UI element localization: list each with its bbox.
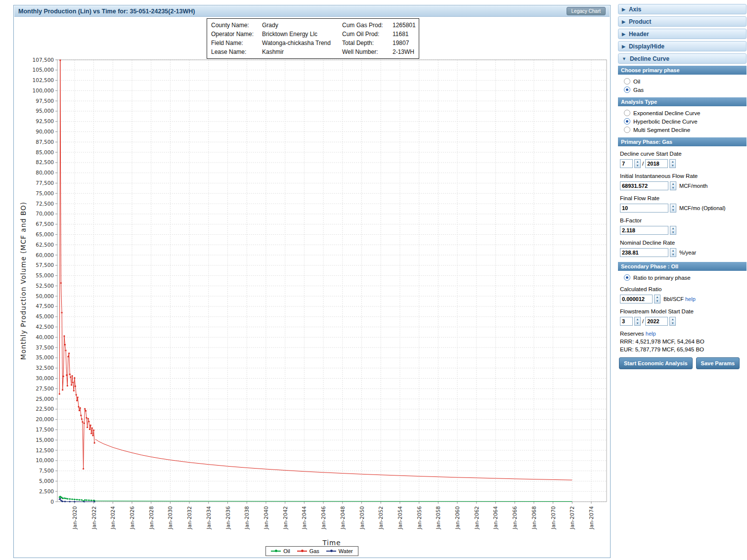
radio-label: Hyperbolic Decline Curve: [633, 119, 698, 125]
chevron-right-icon: ▶: [622, 44, 625, 49]
radio-option-ratio-to-primary-phase[interactable]: Ratio to primary phase: [618, 273, 747, 282]
y-tick-label: 17,500: [36, 427, 54, 432]
series-marker: [84, 499, 86, 501]
y-tick-label: 5,000: [39, 478, 54, 484]
info-value: 19807: [393, 40, 416, 46]
accordion: ▶Axis▶Product▶Header▶Display/Hide▼Declin…: [618, 4, 747, 64]
rrr-value: RRR: 4,521,978 MCF, 54,264 BO: [618, 339, 747, 345]
series-marker: [75, 386, 76, 387]
accordion-item-axis[interactable]: ▶Axis: [618, 4, 747, 14]
series-marker: [81, 418, 83, 420]
series-marker: [62, 501, 63, 502]
y-tick-label: 30,000: [36, 375, 54, 381]
radio-option-exponential-decline-curve[interactable]: Exponential Decline Curve: [618, 109, 747, 117]
secondary-phase-header: Secondary Phase : OIl: [618, 262, 747, 271]
series-marker: [59, 59, 61, 61]
series-marker: [90, 425, 91, 426]
legacy-chart-button[interactable]: Legacy Chart: [567, 7, 606, 15]
info-label: Well Number:: [342, 48, 393, 55]
final-flow-input[interactable]: [620, 204, 668, 213]
series-marker: [64, 344, 66, 345]
flowstream-year-input[interactable]: [645, 317, 668, 326]
flowstream-month-spinner[interactable]: ▲▼: [634, 317, 641, 326]
b-factor-field: B-Factor ▲▼: [618, 217, 747, 235]
series-marker: [63, 335, 65, 337]
series-marker: [94, 442, 95, 444]
chevron-down-icon: ▼: [622, 56, 626, 61]
radio-option-gas[interactable]: Gas: [618, 86, 747, 94]
x-tick-label: Jan-2026: [129, 506, 135, 530]
flowstream-month-input[interactable]: [620, 317, 633, 326]
series-marker: [89, 429, 90, 430]
x-tick-label: Jan-2038: [244, 506, 250, 530]
y-tick-label: 7,500: [39, 468, 54, 474]
info-label: Cum Oil Prod:: [342, 31, 393, 38]
decline-start-year-input[interactable]: [645, 159, 668, 168]
x-tick-label: Jan-2028: [148, 506, 154, 530]
radio-icon[interactable]: [624, 110, 630, 116]
accordion-item-decline-curve[interactable]: ▼Decline Curve: [618, 53, 747, 64]
series-marker: [59, 393, 60, 395]
flowstream-year-spinner[interactable]: ▲▼: [669, 317, 676, 326]
x-axis-title: Time: [322, 539, 341, 547]
initial-flow-input[interactable]: [620, 181, 668, 190]
accordion-item-product[interactable]: ▶Product: [618, 16, 747, 27]
radio-icon[interactable]: [624, 78, 630, 85]
eur-value: EUR: 5,787,779 MCF, 65,945 BO: [618, 346, 747, 352]
info-label: Lease Name:: [211, 48, 262, 55]
initial-flow-label: Initial Instantaneous Flow Rate: [620, 173, 747, 179]
radio-label: Gas: [633, 87, 644, 93]
radio-option-oil[interactable]: Oil: [618, 77, 747, 86]
radio-icon[interactable]: [624, 127, 630, 133]
series-marker: [76, 499, 78, 500]
radio-option-multi-segment-decline[interactable]: Multi Segment Decline: [618, 126, 747, 134]
legend-box: OilGasWater: [265, 546, 358, 556]
calculated-ratio-spinner[interactable]: ▲▼: [654, 295, 660, 303]
start-economic-analysis-button[interactable]: Start Economic Analysis: [619, 357, 693, 369]
reserves-line: Reserves help: [618, 331, 747, 337]
x-tick-label: Jan-2050: [359, 506, 365, 530]
accordion-item-display-hide[interactable]: ▶Display/Hide: [618, 41, 747, 51]
radio-option-hyperbolic-decline-curve[interactable]: Hyperbolic Decline Curve: [618, 117, 747, 126]
series-marker: [71, 498, 73, 500]
y-tick-label: 2,500: [39, 488, 54, 494]
decline-start-year-spinner[interactable]: ▲▼: [669, 159, 676, 168]
series-marker: [91, 428, 93, 429]
y-tick-label: 105,000: [33, 67, 54, 73]
b-factor-spinner[interactable]: ▲▼: [670, 226, 676, 235]
save-params-button[interactable]: Save Params: [696, 357, 740, 369]
y-tick-label: 102,500: [33, 77, 54, 83]
final-flow-spinner[interactable]: ▲▼: [670, 204, 676, 213]
x-tick-label: Jan-2052: [378, 506, 384, 530]
nominal-decline-input[interactable]: [620, 248, 668, 257]
calculated-ratio-help-link[interactable]: help: [685, 296, 696, 302]
info-label: Total Depth:: [342, 40, 393, 46]
series-marker: [63, 376, 64, 377]
radio-label: Exponential Decline Curve: [633, 110, 701, 116]
final-flow-field: Final Flow Rate ▲▼ MCF/mo (Optional): [618, 195, 747, 213]
series-marker: [74, 499, 75, 500]
x-tick-label: Jan-2072: [569, 506, 575, 530]
decline-start-month-spinner[interactable]: ▲▼: [634, 159, 641, 168]
accordion-item-header[interactable]: ▶Header: [618, 29, 747, 39]
radio-icon[interactable]: [624, 86, 630, 93]
y-tick-label: 87,500: [36, 139, 54, 145]
initial-flow-spinner[interactable]: ▲▼: [670, 181, 676, 190]
y-tick-label: 20,000: [36, 416, 54, 422]
y-tick-label: 32,500: [36, 365, 54, 371]
reserves-help-link[interactable]: help: [646, 331, 656, 337]
final-flow-unit: MCF/mo (Optional): [679, 205, 726, 211]
calculated-ratio-input[interactable]: [620, 295, 653, 303]
decline-start-month-input[interactable]: [620, 159, 633, 168]
series-line-gas-forecast-: [95, 439, 572, 480]
primary-phase-gas-header: Primary Phase: Gas: [618, 137, 747, 146]
radio-icon[interactable]: [624, 118, 630, 125]
legend-swatch-oil: [271, 551, 281, 552]
x-tick-label: Jan-2040: [263, 506, 269, 530]
nominal-decline-spinner[interactable]: ▲▼: [670, 248, 676, 257]
b-factor-input[interactable]: [620, 226, 668, 235]
flowstream-start-field: Flowstream Model Start Date ▲▼ / ▲▼: [618, 308, 747, 326]
radio-icon[interactable]: [624, 274, 630, 281]
series-marker: [78, 406, 79, 407]
series-marker: [69, 374, 71, 375]
